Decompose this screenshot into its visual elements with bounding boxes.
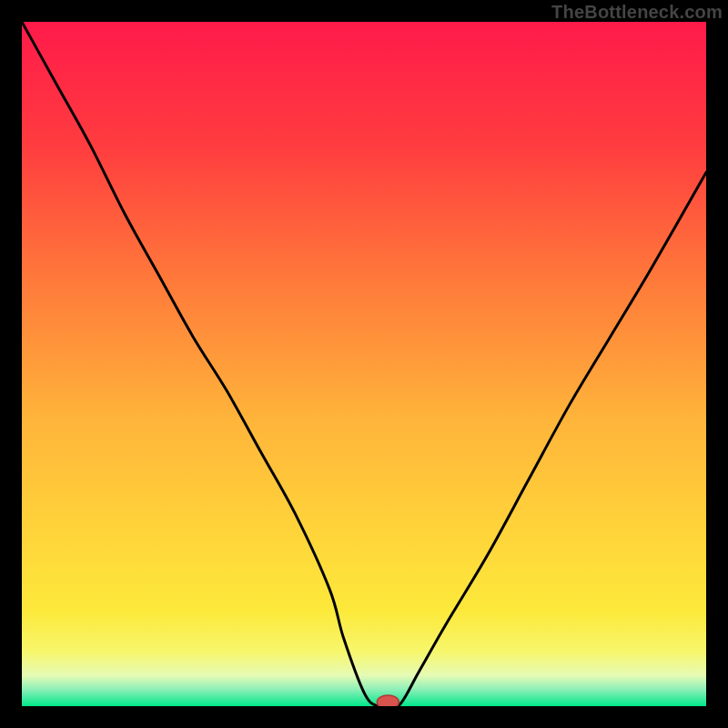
minimum-marker-icon	[377, 695, 399, 706]
plot-area	[22, 22, 706, 706]
chart-stage: TheBottleneck.com	[0, 0, 728, 728]
chart-svg	[22, 22, 706, 706]
watermark-text: TheBottleneck.com	[551, 2, 723, 23]
gradient-rect	[22, 22, 706, 706]
